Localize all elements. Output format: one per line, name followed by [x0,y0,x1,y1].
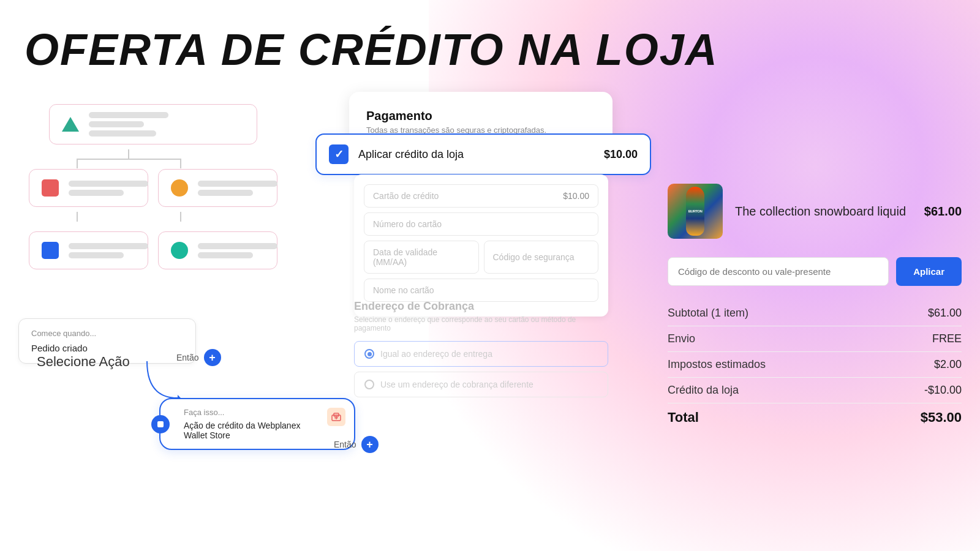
order-summary: BURTON The collection snowboard liquid $… [668,184,962,432]
billing-section: Endereço de Cobrança Selecione o endereç… [354,300,608,397]
cvv-label: Código de segurança [493,252,575,262]
automation-section: Comece quando... Pedido criado Então + F… [18,318,410,364]
billing-option1-label: Igual ao endereço de entrega [380,349,492,359]
subtotal-label: Subtotal (1 item) [668,307,748,320]
total-row: Total $53.00 [668,403,962,432]
flow-bar [198,243,277,249]
store-credit-label: Aplicar crédito da loja [358,148,594,161]
flow-bars [198,243,277,258]
store-credit-row[interactable]: Aplicar crédito da loja $10.00 [315,133,651,175]
flow-bar [69,181,148,187]
handwritten-label: Selecione Ação [37,354,130,370]
circle-teal-icon [168,239,190,261]
action-value: Ação de crédito da Webplanex Wallet Stor… [184,421,343,440]
apply-button[interactable]: Aplicar [896,257,962,286]
action-box: Faça isso... Ação de crédito da Webplane… [159,398,355,450]
flow-bar [89,130,156,137]
store-credit-amount: $10.00 [604,148,638,161]
flow-bar [69,243,148,249]
radio-icon [364,349,374,359]
card-expiry-cvv: Data de validade (MM/AA) Código de segur… [364,241,598,279]
flow-bars [198,181,277,196]
subtotal-value: $61.00 [928,307,962,320]
snowboard-visual: BURTON [686,187,704,236]
action-icon [327,408,345,426]
flow-node-top [49,104,257,144]
flow-bar [69,190,124,196]
then-connector2: Então + [334,436,379,453]
flow-bar [89,112,168,118]
taxes-row: Impostos estimados $2.00 [668,352,962,378]
action-dot [151,415,170,433]
flow-diagram [24,104,282,269]
action-label: Faça isso... [184,408,343,417]
flow-bar [198,181,277,187]
product-image: BURTON [668,184,723,239]
flow-connector-area2 [24,212,282,231]
billing-subtitle: Selecione o endereço que corresponde ao … [354,315,608,332]
square-red-icon [39,177,61,199]
card-name-row[interactable]: Nome no cartão [364,279,598,302]
product-price: $61.00 [924,204,962,219]
store-credit-summary-value: -$10.00 [924,384,962,397]
card-label: Cartão de crédito [373,191,439,201]
then-text2: Então [334,440,356,449]
trigger-label: Comece quando... [31,329,183,338]
billing-option-different[interactable]: Use um endereço de cobrança diferente [354,372,608,397]
square-blue-icon [39,239,61,261]
subtotal-row: Subtotal (1 item) $61.00 [668,301,962,326]
total-label: Total [668,410,699,425]
flow-node-bot-right [158,231,277,269]
card-value: $10.00 [563,191,589,201]
store-credit-summary-label: Crédito da loja [668,384,739,397]
discount-row: Aplicar [668,257,962,286]
total-value: $53.00 [921,410,962,425]
flow-bars-top [89,112,247,137]
plus-circle-btn[interactable]: + [204,349,221,366]
billing-option-same[interactable]: Igual ao endereço de entrega [354,341,608,367]
flow-bars [69,181,148,196]
card-number-row[interactable]: Número do cartão [364,212,598,236]
expiry-label: Data de validade (MM/AA) [373,247,470,267]
shipping-label: Envio [668,332,695,345]
cvv-row[interactable]: Código de segurança [484,241,599,274]
card-number-label: Número do cartão [373,219,442,229]
flow-node-mid-left [29,169,148,207]
card-name-label: Nome no cartão [373,285,434,295]
flow-connector-area [24,149,282,169]
billing-option2-label: Use um endereço de cobrança diferente [380,380,533,389]
flow-bar [69,252,124,258]
flow-mid-row [24,169,282,207]
card-form: Cartão de crédito $10.00 Número do cartã… [354,174,608,317]
triangle-icon [59,113,81,135]
taxes-label: Impostos estimados [668,358,766,371]
trigger-value: Pedido criado [31,343,183,353]
store-credit-checkbox[interactable] [329,144,349,164]
svg-rect-1 [157,421,164,427]
shipping-row: Envio FREE [668,326,962,352]
radio-empty-icon [364,380,374,389]
store-credit-summary-row: Crédito da loja -$10.00 [668,378,962,403]
flow-bar [198,190,253,196]
shipping-value: FREE [932,332,962,345]
flow-bot-row [24,231,282,269]
card-type-row: Cartão de crédito $10.00 [364,184,598,208]
discount-input[interactable] [668,257,889,286]
expiry-row[interactable]: Data de validade (MM/AA) [364,241,479,274]
plus-circle-btn2[interactable]: + [361,436,379,453]
flow-node-mid-right [158,169,277,207]
flow-bar [198,252,253,258]
flow-node-bot-left [29,231,148,269]
payment-title: Pagamento [366,109,595,123]
taxes-value: $2.00 [934,358,962,371]
flow-bar [89,121,144,127]
flow-bars [69,243,148,258]
product-row: BURTON The collection snowboard liquid $… [668,184,962,239]
page-title: OFERTA DE CRÉDITO NA LOJA [24,24,718,75]
billing-title: Endereço de Cobrança [354,300,608,313]
circle-orange-icon [168,177,190,199]
product-name: The collection snowboard liquid [735,203,912,220]
